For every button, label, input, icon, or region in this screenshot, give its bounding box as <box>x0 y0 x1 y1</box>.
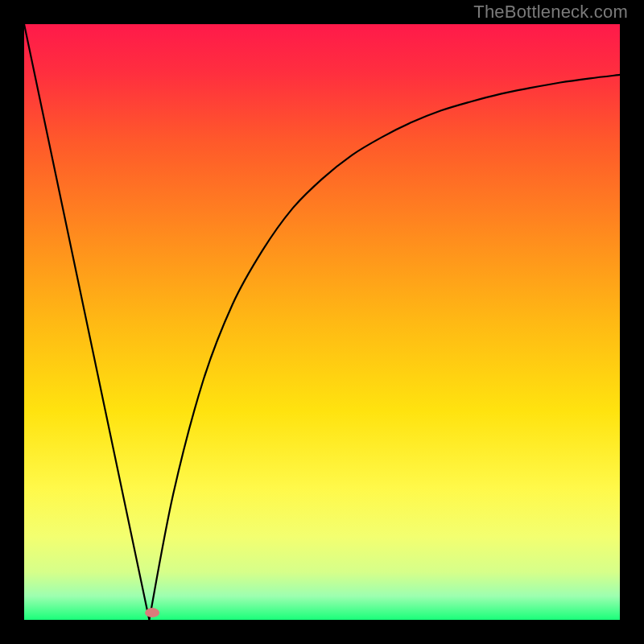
chart-frame: TheBottleneck.com <box>0 0 644 644</box>
watermark-text: TheBottleneck.com <box>473 2 628 23</box>
chart-svg <box>24 24 620 620</box>
gradient-background <box>24 24 620 620</box>
plot-area <box>24 24 620 620</box>
optimal-point-marker <box>145 608 159 617</box>
